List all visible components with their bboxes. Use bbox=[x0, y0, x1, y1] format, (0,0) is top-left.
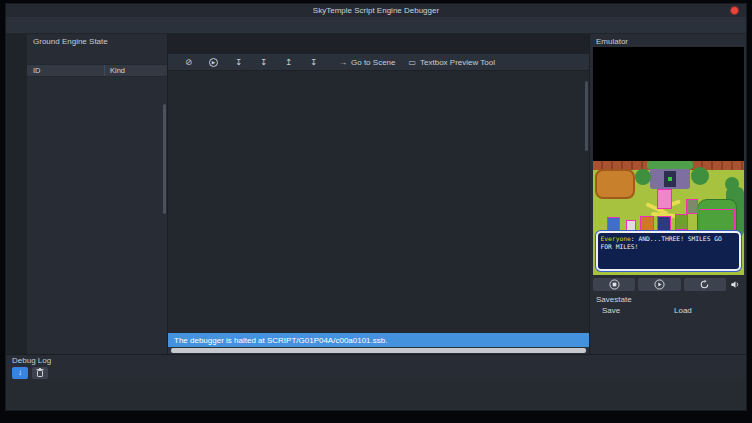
titlebar[interactable]: SkyTemple Script Engine Debugger bbox=[6, 4, 746, 17]
entity-tree bbox=[27, 77, 167, 354]
scene-dirt-patch bbox=[595, 169, 635, 199]
editor-scrollbar[interactable] bbox=[585, 81, 588, 151]
menubar bbox=[6, 17, 746, 33]
emulator-top-screen bbox=[593, 47, 744, 161]
debug-log-title: Debug Log bbox=[6, 355, 746, 365]
scene-gate bbox=[650, 161, 690, 189]
main-content: Ground Engine State ID Kind ⊘ ▶ ↧ ↧ ↥ ↧ … bbox=[6, 33, 746, 354]
npc-sprite bbox=[675, 214, 688, 230]
emulator-controls bbox=[593, 278, 743, 291]
debug-log-toolbar: ↓ bbox=[6, 365, 746, 380]
app-window: SkyTemple Script Engine Debugger Ground … bbox=[5, 3, 747, 411]
debugger-toolbar: ⊘ ▶ ↧ ↧ ↥ ↧ → Go to Scene ▭ Textbox Prev… bbox=[168, 54, 589, 71]
entity-tree-scrollbar[interactable] bbox=[163, 104, 166, 214]
goto-scene-label: Go to Scene bbox=[351, 58, 395, 67]
scroll-to-bottom-button[interactable]: ↓ bbox=[12, 367, 28, 379]
ignore-breakpoints-icon[interactable]: ⊘ bbox=[176, 57, 201, 67]
editor-tab-bar bbox=[168, 34, 589, 54]
npc-sprite bbox=[657, 189, 672, 209]
reset-button[interactable] bbox=[684, 278, 726, 291]
game-dialog-box: Everyone: AND...THREE! SMILES GO FOR MIL… bbox=[596, 231, 741, 271]
ground-engine-state-panel: Ground Engine State ID Kind bbox=[27, 34, 168, 354]
close-button[interactable] bbox=[730, 6, 739, 15]
side-tab-strip bbox=[6, 34, 27, 354]
code-area[interactable] bbox=[168, 71, 589, 333]
step-over-icon[interactable]: ↧ bbox=[226, 57, 251, 67]
column-kind: Kind bbox=[105, 66, 125, 75]
editor-hscrollbar[interactable] bbox=[168, 347, 589, 354]
savestate-title: Savestate bbox=[596, 295, 740, 304]
step-out-icon[interactable]: ↥ bbox=[276, 57, 301, 67]
ground-engine-state-title: Ground Engine State bbox=[27, 34, 167, 48]
play-button[interactable] bbox=[638, 278, 680, 291]
npc-debug-box bbox=[699, 209, 735, 233]
step-next-icon[interactable]: ↧ bbox=[301, 57, 326, 67]
log-lines bbox=[6, 380, 746, 410]
goto-scene-arrow-icon: → bbox=[339, 58, 347, 67]
load-label: Load bbox=[674, 306, 740, 315]
debug-log-panel: Debug Log ↓ bbox=[6, 354, 746, 410]
window-title: SkyTemple Script Engine Debugger bbox=[313, 6, 439, 15]
dialog-speaker: Everyone bbox=[601, 235, 631, 242]
emulator-bottom-screen: Everyone: AND...THREE! SMILES GO FOR MIL… bbox=[593, 161, 744, 275]
step-into-icon[interactable]: ↧ bbox=[251, 57, 276, 67]
textbox-preview-button[interactable]: ▭ Textbox Preview Tool bbox=[408, 58, 495, 67]
stop-button[interactable] bbox=[593, 278, 635, 291]
debugger-status-bar: The debugger is halted at SCRIPT/G01P04A… bbox=[168, 333, 589, 347]
emulator-title: Emulator bbox=[590, 34, 746, 47]
textbox-icon: ▭ bbox=[408, 58, 416, 67]
npc-sprite bbox=[686, 199, 698, 214]
save-label: Save bbox=[602, 306, 668, 315]
emulator-panel: Emulator bbox=[589, 34, 746, 354]
savestate-section: Savestate Save Load bbox=[596, 295, 740, 318]
save-column: Save bbox=[596, 306, 668, 318]
column-id: ID bbox=[27, 65, 105, 76]
game-scene: Everyone: AND...THREE! SMILES GO FOR MIL… bbox=[593, 161, 744, 275]
scene-tree bbox=[691, 167, 709, 185]
entity-table-header: ID Kind bbox=[27, 64, 167, 77]
volume-icon[interactable] bbox=[729, 279, 743, 290]
load-column: Load bbox=[668, 306, 740, 318]
resume-icon[interactable]: ▶ bbox=[209, 58, 218, 67]
script-editor: ⊘ ▶ ↧ ↧ ↥ ↧ → Go to Scene ▭ Textbox Prev… bbox=[168, 34, 589, 354]
ground-state-tabs bbox=[27, 48, 167, 64]
editor-hscroll-thumb[interactable] bbox=[171, 348, 586, 353]
textbox-preview-label: Textbox Preview Tool bbox=[420, 58, 495, 67]
clear-log-button[interactable] bbox=[32, 367, 48, 379]
goto-scene-button[interactable]: → Go to Scene bbox=[339, 58, 395, 67]
scene-tree bbox=[635, 169, 651, 185]
